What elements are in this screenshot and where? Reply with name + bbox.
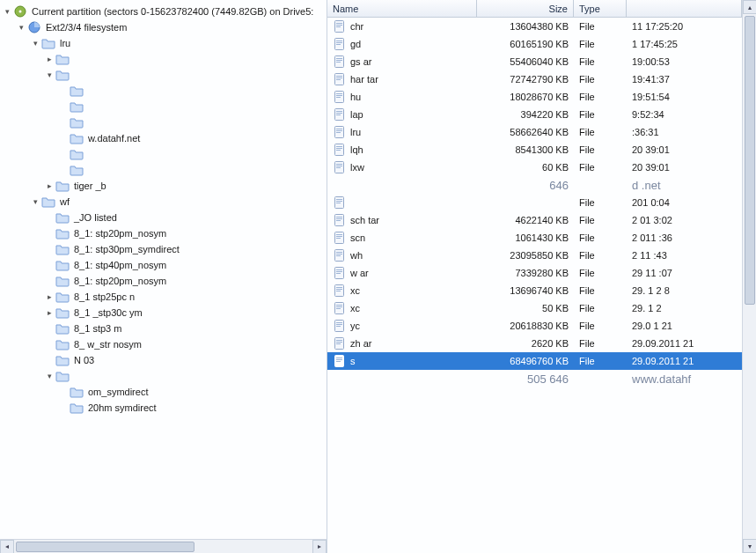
scroll-right-icon[interactable]: ▸ xyxy=(312,540,327,554)
table-row[interactable]: lap394220 KBFile9:52:34 xyxy=(327,106,742,123)
table-row[interactable]: 505 646www.datahf xyxy=(327,370,742,387)
tree-item[interactable]: ▾lru xyxy=(2,35,325,51)
tree-item[interactable] xyxy=(2,99,325,114)
expand-icon[interactable] xyxy=(44,339,55,350)
tree-item[interactable]: ▾ xyxy=(2,368,325,384)
tree-item[interactable]: 8_1: stp20pm_nosym xyxy=(2,273,325,289)
cell-size: 72742790 KB xyxy=(477,72,574,86)
scroll-left-icon[interactable]: ◂ xyxy=(0,540,14,554)
column-header-size[interactable]: Size xyxy=(477,0,574,17)
file-list-vertical-scrollbar[interactable]: ▴ ▾ xyxy=(742,0,756,553)
table-row[interactable]: gs ar55406040 KBFile19:00:53 xyxy=(327,53,742,70)
cell-size: 505 646 xyxy=(477,371,574,387)
expand-icon[interactable] xyxy=(44,228,55,239)
table-row[interactable]: zh ar2620 KBFile29.09.2011 21 xyxy=(327,335,742,352)
tree-item[interactable]: 8_1 stp3 m xyxy=(2,321,325,336)
tree-horizontal-scrollbar[interactable]: ◂ ▸ xyxy=(0,539,327,553)
tree-item[interactable]: ▾wf xyxy=(2,194,325,210)
tree-root[interactable]: ▾Current partition (sectors 0-1562378240… xyxy=(2,4,325,19)
table-row[interactable]: lxw60 KBFile20 39:01 xyxy=(327,159,742,176)
expand-icon[interactable] xyxy=(58,149,69,159)
scroll-thumb[interactable] xyxy=(745,16,755,305)
scroll-track[interactable] xyxy=(744,14,756,539)
tree-item[interactable]: ▸ xyxy=(2,51,325,67)
expand-icon[interactable] xyxy=(44,260,55,270)
svg-rect-53 xyxy=(336,254,342,254)
column-header-name[interactable]: Name xyxy=(327,0,477,17)
column-header-date[interactable] xyxy=(627,0,742,17)
expand-icon[interactable] xyxy=(44,212,55,223)
tree-item[interactable] xyxy=(2,83,325,99)
table-row[interactable]: wh23095850 KBFile2 11 :43 xyxy=(327,247,742,264)
tree-item-label xyxy=(72,58,76,60)
tree-item[interactable]: ▸8_1 stp25pc n xyxy=(2,289,325,305)
expand-icon[interactable] xyxy=(58,101,69,112)
column-header-type[interactable]: Type xyxy=(574,0,627,17)
scroll-up-icon[interactable]: ▴ xyxy=(743,0,756,14)
cell-name xyxy=(327,370,477,387)
tree-item[interactable]: ▸8_1 _stp30c ym xyxy=(2,305,325,321)
table-row[interactable]: hu18028670 KBFile19:51:54 xyxy=(327,88,742,106)
tree-item[interactable]: 20hm symdirect xyxy=(2,400,325,416)
expand-icon[interactable]: ▾ xyxy=(44,70,55,80)
expand-icon[interactable]: ▾ xyxy=(44,371,55,381)
expand-icon[interactable] xyxy=(58,133,69,144)
table-row[interactable]: lru58662640 KBFile :36:31 xyxy=(327,123,742,141)
cell-date: 29. 1 2 xyxy=(627,301,742,315)
expand-icon[interactable]: ▾ xyxy=(30,196,40,207)
tree-item[interactable]: N 03 xyxy=(2,352,325,368)
tree-item[interactable]: ▸tiger _b xyxy=(2,178,325,194)
table-row[interactable]: File201 0:04 xyxy=(327,194,742,211)
expand-icon[interactable] xyxy=(58,85,69,96)
table-row[interactable]: sch tar4622140 KBFile2 01 3:02 xyxy=(327,211,742,229)
scroll-track[interactable] xyxy=(14,541,312,553)
expand-icon[interactable]: ▾ xyxy=(30,38,40,48)
expand-icon[interactable] xyxy=(58,387,69,397)
tree-filesystem[interactable]: ▾Ext2/3/4 filesystem xyxy=(2,19,325,35)
directory-tree[interactable]: ▾Current partition (sectors 0-1562378240… xyxy=(0,0,327,539)
expand-icon[interactable] xyxy=(58,165,69,175)
svg-rect-42 xyxy=(336,203,341,203)
table-row[interactable]: 646d .net xyxy=(327,176,742,194)
table-row[interactable]: lqh8541300 KBFile20 39:01 xyxy=(327,141,742,159)
tree-item[interactable]: 8_1: stp30pm_symdirect xyxy=(2,241,325,257)
table-row[interactable]: gd60165190 KBFile1 17:45:25 xyxy=(327,35,742,53)
folder-icon xyxy=(55,226,70,240)
tree-item[interactable]: ▾ xyxy=(2,67,325,83)
table-row[interactable]: xc13696740 KBFile29. 1 2 8 xyxy=(327,282,742,299)
svg-rect-73 xyxy=(336,342,342,343)
expand-icon[interactable] xyxy=(44,244,55,254)
table-row[interactable]: xc50 KBFile29. 1 2 xyxy=(327,299,742,317)
tree-item[interactable]: _JO listed xyxy=(2,210,325,225)
table-row[interactable]: chr13604380 KBFile11 17:25:20 xyxy=(327,18,742,35)
tree-item[interactable]: 8_1: stp40pm_nosym xyxy=(2,257,325,273)
table-row[interactable]: scn1061430 KBFile2 011 :36 xyxy=(327,229,742,247)
expand-icon[interactable] xyxy=(44,276,55,286)
expand-icon[interactable]: ▸ xyxy=(44,54,55,64)
folder-icon xyxy=(70,163,84,177)
tree-item[interactable] xyxy=(2,114,325,130)
expand-icon[interactable]: ▾ xyxy=(2,6,12,17)
expand-icon[interactable]: ▾ xyxy=(16,22,26,33)
scroll-down-icon[interactable]: ▾ xyxy=(743,539,756,553)
table-row[interactable]: s68496760 KBFile29.09.2011 21 xyxy=(327,352,742,370)
table-row[interactable]: w ar7339280 KBFile29 11 :07 xyxy=(327,264,742,282)
tree-item[interactable]: 8_1: stp20pm_nosym xyxy=(2,225,325,241)
tree-item[interactable] xyxy=(2,146,325,162)
tree-item[interactable] xyxy=(2,162,325,178)
expand-icon[interactable] xyxy=(58,402,69,413)
table-row[interactable]: har tar72742790 KBFile19:41:37 xyxy=(327,70,742,88)
tree-item[interactable]: 8_ w_str nosym xyxy=(2,336,325,352)
file-list[interactable]: chr13604380 KBFile11 17:25:20gd60165190 … xyxy=(327,18,742,553)
cell-date: 11 17:25:20 xyxy=(627,19,742,33)
table-row[interactable]: yc20618830 KBFile29.0 1 21 xyxy=(327,317,742,335)
expand-icon[interactable]: ▸ xyxy=(44,307,55,318)
scroll-thumb[interactable] xyxy=(16,542,195,552)
tree-item[interactable]: om_symdirect xyxy=(2,384,325,400)
expand-icon[interactable]: ▸ xyxy=(44,181,55,191)
expand-icon[interactable] xyxy=(44,323,55,334)
expand-icon[interactable] xyxy=(44,355,55,365)
expand-icon[interactable] xyxy=(58,117,69,128)
expand-icon[interactable]: ▸ xyxy=(44,291,55,302)
tree-item[interactable]: w.datahf.net xyxy=(2,130,325,146)
